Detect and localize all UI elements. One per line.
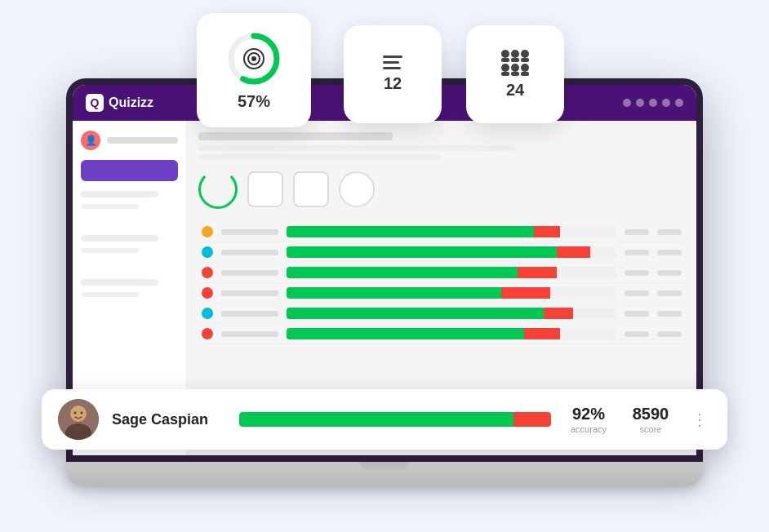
questions-value: 12	[384, 74, 402, 93]
row-dot	[202, 226, 213, 237]
sidebar-item-6	[81, 292, 139, 297]
student-progress-bar	[239, 412, 551, 427]
svg-point-10	[81, 412, 83, 415]
row-score	[625, 311, 649, 317]
row-score	[625, 270, 649, 276]
row-dot	[202, 246, 213, 258]
row-name	[221, 311, 278, 317]
accuracy-num: 92%	[572, 405, 605, 423]
bar-green	[287, 267, 518, 278]
bar-green	[287, 328, 524, 339]
sage-caspian-row[interactable]: Sage Caspian 92% accuracy 8590 score ⋮	[42, 389, 727, 450]
list-icon	[383, 55, 402, 69]
bar-red	[557, 246, 589, 258]
sidebar-item-5	[81, 279, 158, 286]
header-dot-5	[675, 99, 683, 107]
accuracy-label: accuracy	[571, 424, 607, 434]
accuracy-stat-card: 57%	[197, 13, 311, 127]
main-title-area	[198, 132, 685, 160]
row-name	[221, 270, 278, 276]
header-dot-3	[649, 99, 657, 107]
bar-container	[287, 308, 616, 319]
bar-red	[518, 267, 557, 278]
row-score	[625, 229, 649, 235]
bar-container	[287, 328, 616, 339]
box-stat-1	[247, 171, 283, 207]
header-dot-2	[636, 99, 644, 107]
table-row	[198, 304, 685, 324]
bar-red	[524, 328, 560, 339]
row-dot	[202, 308, 213, 319]
bar-container	[287, 287, 616, 299]
laptop-notch	[360, 462, 409, 470]
sidebar-item-3	[81, 235, 158, 242]
header-dot-4	[662, 99, 670, 107]
row-score-2	[657, 290, 682, 296]
sub-placeholder-2	[198, 154, 442, 160]
bar-green	[287, 287, 501, 299]
bar-red	[534, 226, 560, 237]
bar-green	[287, 226, 534, 237]
user-name-placeholder	[107, 137, 178, 144]
sidebar-user: 👤	[81, 131, 178, 150]
user-avatar: 👤	[81, 131, 100, 150]
row-dot	[202, 328, 213, 339]
quizizz-logo: Q Quizizz	[86, 94, 153, 112]
table-row	[198, 242, 685, 263]
bar-green	[287, 308, 544, 319]
row-dot	[202, 267, 213, 278]
row-dot	[202, 287, 213, 299]
circle-stat-1	[198, 170, 238, 209]
highlighted-row-container: Sage Caspian 92% accuracy 8590 score ⋮	[42, 389, 727, 450]
bar-container	[287, 226, 616, 237]
box-stat-3	[339, 171, 375, 207]
student-bar-red	[513, 412, 551, 427]
student-name: Sage Caspian	[112, 411, 226, 428]
sidebar-item-2	[81, 204, 139, 209]
score-num: 8590	[633, 405, 669, 423]
questions-stat-card: 12	[344, 25, 442, 123]
student-bar-green	[239, 412, 513, 427]
accuracy-stat-group: 92% accuracy	[564, 405, 613, 434]
more-button[interactable]: ⋮	[688, 406, 711, 432]
row-name	[221, 229, 278, 235]
accuracy-value: 57%	[238, 92, 270, 111]
table-row	[198, 324, 685, 344]
sidebar-active-item[interactable]	[81, 160, 178, 181]
sub-placeholder-1	[198, 145, 514, 151]
header-dots	[623, 99, 683, 107]
table-row	[198, 283, 685, 304]
row-score	[625, 250, 649, 255]
row-score-2	[657, 250, 682, 255]
bar-container	[287, 246, 616, 258]
row-name	[221, 290, 278, 296]
laptop-base	[66, 462, 703, 486]
row-score-2	[657, 311, 682, 317]
bar-red	[501, 287, 551, 299]
bar-red	[544, 308, 573, 319]
players-value: 24	[506, 81, 524, 100]
row-score	[625, 290, 649, 296]
players-icon	[501, 50, 529, 76]
bar-green	[287, 246, 557, 258]
svg-point-9	[74, 412, 77, 415]
logo-q-icon: Q	[86, 94, 104, 112]
table-row	[198, 222, 685, 242]
student-avatar	[58, 399, 99, 440]
data-rows-container	[198, 222, 685, 344]
title-placeholder	[198, 132, 393, 140]
score-label: score	[640, 424, 662, 434]
row-name	[221, 250, 278, 255]
row-score	[625, 331, 649, 337]
svg-point-8	[71, 406, 86, 421]
row-name	[221, 331, 278, 337]
header-dot-1	[623, 99, 631, 107]
box-stat-2	[293, 171, 329, 207]
players-stat-card: 24	[466, 25, 564, 123]
score-stat-group: 8590 score	[626, 405, 675, 434]
stats-row	[198, 170, 685, 209]
table-row	[198, 263, 685, 283]
sidebar-item-4	[81, 248, 139, 253]
row-score-2	[657, 270, 682, 276]
row-score-2	[657, 331, 682, 337]
